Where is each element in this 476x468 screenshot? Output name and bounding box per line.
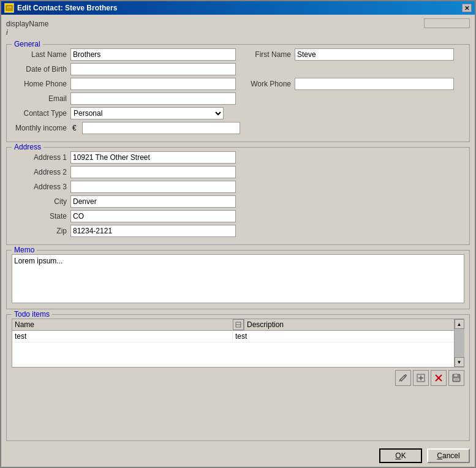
svg-line-4	[399, 380, 400, 382]
general-section: General Last Name First Name Date of Bir…	[6, 44, 470, 142]
todo-add-button[interactable]	[413, 370, 429, 386]
address1-label: Address 1	[12, 153, 67, 162]
monthly-income-row: Monthly income €	[12, 122, 464, 134]
first-name-label: First Name	[248, 50, 291, 59]
scrollbar-track	[455, 329, 464, 357]
work-phone-input[interactable]	[295, 78, 454, 90]
titlebar-left: Edit Contact: Steve Brothers	[4, 3, 117, 13]
address2-input[interactable]	[70, 166, 236, 178]
address-section: Address Address 1 Address 2 Address 3 Ci…	[6, 147, 470, 245]
todo-save-button[interactable]	[448, 370, 464, 386]
todo-scrollbar: ▲ ▼	[454, 319, 464, 367]
email-input[interactable]	[70, 92, 236, 105]
contact-type-select[interactable]: Personal Business Family Friend	[70, 107, 224, 119]
ok-button[interactable]: OK	[379, 448, 422, 463]
address2-label: Address 2	[12, 168, 67, 176]
home-phone-input[interactable]	[70, 78, 236, 90]
todo-table-container: Name Description test	[12, 319, 464, 368]
contact-type-label: Contact Type	[12, 109, 67, 118]
todo-row: test test	[12, 331, 454, 342]
todo-delete-button[interactable]	[431, 370, 447, 386]
address3-row: Address 3	[12, 181, 464, 193]
work-phone-field: Work Phone	[248, 78, 454, 90]
titlebar-icon	[4, 3, 14, 13]
home-phone-label: Home Phone	[12, 80, 67, 88]
display-name-value: i	[6, 28, 470, 37]
todo-section: Todo items Name	[6, 314, 470, 441]
svg-rect-13	[455, 379, 458, 380]
monthly-income-input[interactable]	[82, 122, 240, 134]
todo-action-buttons	[12, 370, 464, 386]
todo-header-wrapper: Name	[12, 319, 244, 330]
display-name-section: displayName i	[6, 18, 470, 39]
address1-row: Address 1	[12, 151, 464, 164]
todo-sort-icon[interactable]	[233, 319, 244, 330]
email-label: Email	[12, 94, 67, 103]
last-name-input[interactable]	[70, 48, 236, 61]
memo-section: Memo Lorem ipsum...	[6, 250, 470, 309]
city-label: City	[12, 197, 67, 206]
todo-edit-button[interactable]	[395, 370, 411, 386]
name-row: Last Name First Name	[12, 48, 464, 61]
titlebar-title: Edit Contact: Steve Brothers	[17, 4, 117, 12]
svg-rect-0	[6, 6, 12, 10]
zip-row: Zip	[12, 225, 464, 237]
todo-content: Name Description test	[12, 319, 454, 367]
cancel-button[interactable]: Cancel	[427, 448, 470, 463]
cancel-label-rest: ancel	[442, 451, 460, 460]
svg-rect-1	[7, 7, 12, 7]
scrollbar-down-button[interactable]: ▼	[455, 357, 464, 367]
edit-contact-window: Edit Contact: Steve Brothers ✕ displayNa…	[0, 0, 476, 468]
state-label: State	[12, 212, 67, 221]
memo-section-title: Memo	[12, 246, 37, 254]
bottom-buttons: OK Cancel	[1, 445, 475, 467]
phone-row: Home Phone Work Phone	[12, 78, 464, 90]
city-row: City	[12, 195, 464, 208]
todo-cell-description: test	[233, 331, 454, 342]
dob-label: Date of Birth	[12, 65, 67, 74]
general-section-title: General	[12, 40, 43, 48]
contact-type-row: Contact Type Personal Business Family Fr…	[12, 107, 464, 119]
address3-label: Address 3	[12, 183, 67, 191]
dob-input[interactable]	[70, 63, 236, 75]
display-name-label: displayName	[6, 20, 470, 28]
address2-row: Address 2	[12, 166, 464, 178]
city-input[interactable]	[70, 195, 236, 208]
scrollbar-placeholder	[424, 18, 470, 28]
todo-col-description: Description	[244, 319, 454, 330]
svg-rect-11	[454, 374, 458, 377]
zip-label: Zip	[12, 227, 67, 235]
content-area: displayName i General Last Name First Na…	[1, 15, 475, 445]
address3-input[interactable]	[70, 181, 236, 193]
ok-label-rest: K	[401, 451, 406, 460]
state-input[interactable]	[70, 210, 236, 222]
first-name-input[interactable]	[295, 48, 454, 61]
last-name-label: Last Name	[12, 50, 67, 59]
state-row: State	[12, 210, 464, 222]
email-row: Email	[12, 92, 464, 105]
first-name-field: First Name	[248, 48, 454, 61]
close-button[interactable]: ✕	[462, 4, 472, 12]
scrollbar-up-button[interactable]: ▲	[455, 319, 464, 329]
address-section-title: Address	[12, 143, 43, 151]
zip-input[interactable]	[70, 225, 236, 237]
todo-col-name: Name	[12, 319, 233, 330]
dob-row: Date of Birth	[12, 63, 464, 75]
address1-input[interactable]	[70, 151, 236, 164]
euro-symbol: €	[70, 124, 78, 132]
todo-cell-name: test	[12, 331, 233, 342]
monthly-income-label: Monthly income	[12, 124, 67, 132]
home-phone-field: Home Phone	[12, 78, 236, 90]
last-name-field: Last Name	[12, 48, 236, 61]
work-phone-label: Work Phone	[248, 80, 291, 88]
todo-header-row: Name Description	[12, 319, 454, 331]
memo-textarea[interactable]: Lorem ipsum...	[12, 254, 464, 303]
todo-section-title: Todo items	[12, 310, 52, 319]
titlebar: Edit Contact: Steve Brothers ✕	[1, 1, 475, 15]
